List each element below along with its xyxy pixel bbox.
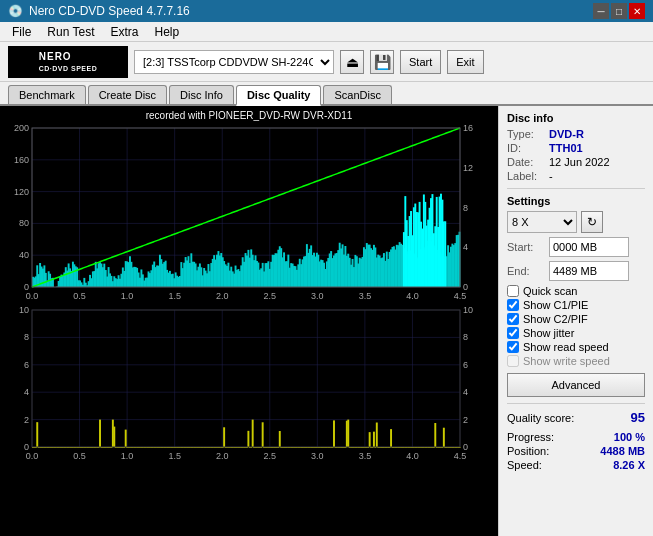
show-write-speed-label: Show write speed [523,355,610,367]
disc-type-label: Type: [507,128,545,140]
bottom-chart [2,305,490,465]
disc-label-label: Label: [507,170,545,182]
show-read-speed-row: Show read speed [507,341,645,353]
disc-id-label: ID: [507,142,545,154]
show-c2-checkbox[interactable] [507,313,519,325]
disc-date-row: Date: 12 Jun 2022 [507,156,645,168]
quick-scan-checkbox[interactable] [507,285,519,297]
minimize-button[interactable]: ─ [593,3,609,19]
menu-extra[interactable]: Extra [102,23,146,41]
drive-selector[interactable]: [2:3] TSSTcorp CDDVDW SH-224GB SB00 [134,50,334,74]
show-c1-checkbox[interactable] [507,299,519,311]
show-c2-row: Show C2/PIF [507,313,645,325]
tab-disc-info[interactable]: Disc Info [169,85,234,104]
progress-section: Progress: 100 % Position: 4488 MB Speed:… [507,431,645,471]
position-label: Position: [507,445,549,457]
show-write-speed-checkbox[interactable] [507,355,519,367]
disc-type-value: DVD-R [549,128,584,140]
show-read-speed-checkbox[interactable] [507,341,519,353]
show-c1-label: Show C1/PIE [523,299,588,311]
show-c2-label: Show C2/PIF [523,313,588,325]
end-input[interactable] [549,261,629,281]
toolbar: NEROCD·DVD SPEED [2:3] TSSTcorp CDDVDW S… [0,42,653,82]
quality-score-label: Quality score: [507,412,574,424]
speed-row: 8 X 4 X 12 X 16 X ↻ [507,211,645,233]
position-row: Position: 4488 MB [507,445,645,457]
disc-id-row: ID: TTH01 [507,142,645,154]
top-chart [2,123,490,305]
show-c1-row: Show C1/PIE [507,299,645,311]
quality-score-row: Quality score: 95 [507,410,645,425]
title-bar: 💿 Nero CD-DVD Speed 4.7.7.16 ─ □ ✕ [0,0,653,22]
disc-info-title: Disc info [507,112,645,124]
eject-icon[interactable]: ⏏ [340,50,364,74]
start-label: Start: [507,241,545,253]
top-chart-wrapper [2,123,496,305]
maximize-button[interactable]: □ [611,3,627,19]
progress-row: Progress: 100 % [507,431,645,443]
menu-run-test[interactable]: Run Test [39,23,102,41]
progress-value: 100 % [614,431,645,443]
title-bar-text: Nero CD-DVD Speed 4.7.7.16 [29,4,190,18]
settings-title: Settings [507,195,645,207]
show-jitter-label: Show jitter [523,327,574,339]
disc-date-label: Date: [507,156,545,168]
bottom-chart-wrapper [2,305,496,465]
quick-scan-label: Quick scan [523,285,577,297]
chart-title: recorded with PIONEER_DVD-RW DVR-XD11 [2,108,496,123]
end-row: End: [507,261,645,281]
tab-disc-quality[interactable]: Disc Quality [236,85,322,106]
window-controls: ─ □ ✕ [593,3,645,19]
menu-bar: File Run Test Extra Help [0,22,653,42]
show-read-speed-label: Show read speed [523,341,609,353]
disc-label-row: Label: - [507,170,645,182]
tab-scan-disc[interactable]: ScanDisc [323,85,391,104]
chart-area: recorded with PIONEER_DVD-RW DVR-XD11 [0,106,498,536]
disc-date-value: 12 Jun 2022 [549,156,610,168]
position-value: 4488 MB [600,445,645,457]
quick-scan-row: Quick scan [507,285,645,297]
end-label: End: [507,265,545,277]
app-icon: 💿 [8,4,23,18]
close-button[interactable]: ✕ [629,3,645,19]
app-logo: NEROCD·DVD SPEED [8,46,128,78]
progress-label: Progress: [507,431,554,443]
show-write-speed-row: Show write speed [507,355,645,367]
tab-create-disc[interactable]: Create Disc [88,85,167,104]
start-button[interactable]: Start [400,50,441,74]
disc-id-value: TTH01 [549,142,583,154]
tab-bar: Benchmark Create Disc Disc Info Disc Qua… [0,82,653,106]
show-jitter-checkbox[interactable] [507,327,519,339]
main-content: recorded with PIONEER_DVD-RW DVR-XD11 Di… [0,106,653,536]
menu-help[interactable]: Help [147,23,188,41]
speed-row-quality: Speed: 8.26 X [507,459,645,471]
refresh-button[interactable]: ↻ [581,211,603,233]
start-input[interactable] [549,237,629,257]
speed-label: Speed: [507,459,542,471]
speed-selector[interactable]: 8 X 4 X 12 X 16 X [507,211,577,233]
tab-benchmark[interactable]: Benchmark [8,85,86,104]
speed-value: 8.26 X [613,459,645,471]
exit-button[interactable]: Exit [447,50,483,74]
side-panel: Disc info Type: DVD-R ID: TTH01 Date: 12… [498,106,653,536]
show-jitter-row: Show jitter [507,327,645,339]
disc-type-row: Type: DVD-R [507,128,645,140]
quality-score-value: 95 [631,410,645,425]
save-icon[interactable]: 💾 [370,50,394,74]
start-row: Start: [507,237,645,257]
advanced-button[interactable]: Advanced [507,373,645,397]
menu-file[interactable]: File [4,23,39,41]
disc-label-value: - [549,170,553,182]
